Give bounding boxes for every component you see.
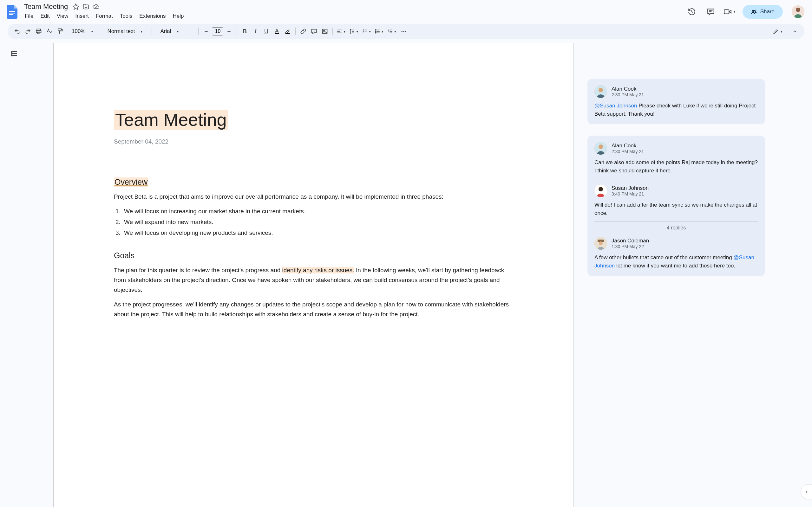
move-icon[interactable] (83, 3, 90, 10)
svg-rect-21 (322, 29, 327, 33)
list-item: We will focus on increasing our market s… (122, 206, 513, 216)
account-avatar[interactable] (792, 5, 804, 18)
workspace: Team Meeting September 04, 2022 Overview… (0, 43, 812, 507)
doc-title[interactable]: Team Meeting (23, 2, 69, 11)
add-comment-button[interactable] (309, 26, 319, 37)
outline-toggle-icon[interactable] (9, 48, 20, 59)
insert-image-button[interactable] (320, 26, 330, 37)
spellcheck-button[interactable] (44, 26, 55, 37)
zoom-value: 100% (68, 28, 89, 35)
svg-rect-0 (9, 11, 15, 12)
share-label: Share (760, 9, 774, 15)
toolbar: 100% ▼ Normal text ▼ Arial ▼ B I U ▼ ▼ ▼… (8, 24, 804, 39)
paragraph-style-select[interactable]: Normal text ▼ (101, 28, 149, 35)
goals-paragraph-1: The plan for this quarter is to review t… (114, 265, 513, 295)
comments-icon[interactable] (705, 5, 717, 18)
svg-rect-1 (9, 13, 15, 14)
replies-count[interactable]: 4 replies (595, 222, 758, 234)
svg-point-31 (375, 30, 376, 31)
comment-body: @Susan Johnson Please check with Luke if… (595, 102, 758, 118)
chevron-down-icon: ▼ (90, 30, 94, 33)
docs-logo[interactable] (4, 4, 20, 19)
svg-rect-18 (286, 33, 290, 34)
share-button[interactable]: Share (743, 5, 783, 19)
svg-point-32 (375, 31, 376, 32)
more-button[interactable] (399, 26, 409, 37)
editing-mode-button[interactable]: ▼ (772, 26, 784, 37)
svg-point-43 (403, 31, 404, 32)
svg-text:2: 2 (388, 31, 389, 33)
paint-format-button[interactable] (55, 26, 65, 37)
comment-card[interactable]: Alan Cook 2:30 PM May 21 @Susan Johnson … (588, 79, 765, 124)
svg-rect-13 (58, 29, 61, 31)
comment-author: Jason Coleman (612, 238, 649, 244)
redo-button[interactable] (23, 26, 33, 37)
text-span: let me know if you want me to add those … (615, 263, 735, 269)
mention[interactable]: @Susan Johnson (595, 103, 637, 109)
menu-file[interactable]: File (21, 12, 37, 20)
numbered-list-button[interactable]: 12▼ (386, 26, 398, 37)
comment-author: Alan Cook (612, 143, 644, 149)
menu-view[interactable]: View (54, 12, 72, 20)
menu-bar: File Edit View Insert Format Tools Exten… (21, 10, 686, 20)
italic-button[interactable]: I (250, 26, 260, 37)
text-color-button[interactable] (272, 26, 282, 37)
bulleted-list-button[interactable]: ▼ (373, 26, 386, 37)
header: Team Meeting File Edit View Insert Forma… (0, 0, 812, 20)
svg-point-54 (599, 145, 603, 149)
text-span: The plan for this quarter is to review t… (114, 267, 282, 274)
collapse-toolbar-button[interactable] (790, 26, 800, 37)
font-select[interactable]: Arial ▼ (154, 28, 196, 35)
text-span: A few other bullets that came out of the… (595, 255, 733, 261)
svg-point-46 (11, 53, 12, 54)
avatar (595, 184, 607, 197)
history-icon[interactable] (686, 5, 698, 18)
zoom-select[interactable]: 100% ▼ (66, 28, 96, 35)
style-value: Normal text (104, 28, 138, 35)
bold-button[interactable]: B (240, 26, 250, 37)
menu-extensions[interactable]: Extensions (136, 12, 169, 20)
svg-point-6 (752, 10, 754, 12)
comment-time: 2:30 PM May 21 (612, 92, 644, 97)
decrease-font-button[interactable] (201, 26, 211, 37)
meet-icon[interactable]: ▼ (723, 5, 736, 18)
comment-body: Can we also add some of the points Raj m… (595, 158, 758, 175)
document-page[interactable]: Team Meeting September 04, 2022 Overview… (53, 43, 573, 507)
svg-point-52 (599, 88, 603, 92)
link-button[interactable] (298, 26, 308, 37)
comment-author: Susan Johnson (612, 185, 649, 191)
checklist-button[interactable]: ▼ (361, 26, 373, 37)
font-value: Arial (157, 28, 174, 35)
underline-button[interactable]: U (261, 26, 271, 37)
svg-point-33 (375, 32, 376, 33)
goals-heading: Goals (114, 251, 513, 260)
svg-point-44 (405, 31, 406, 32)
menu-help[interactable]: Help (169, 12, 187, 20)
svg-point-42 (401, 31, 402, 32)
print-button[interactable] (34, 26, 44, 37)
line-spacing-button[interactable]: ▼ (348, 26, 360, 37)
menu-edit[interactable]: Edit (37, 12, 53, 20)
svg-point-45 (11, 51, 12, 52)
font-size-input[interactable] (212, 27, 223, 36)
menu-tools[interactable]: Tools (117, 12, 136, 20)
svg-point-7 (755, 10, 756, 11)
cloud-status-icon[interactable] (93, 3, 100, 10)
star-icon[interactable] (72, 3, 79, 10)
increase-font-button[interactable] (224, 26, 234, 37)
undo-button[interactable] (12, 26, 22, 37)
comment-body: Will do! I can add after the team sync s… (595, 201, 758, 217)
align-button[interactable]: ▼ (335, 26, 347, 37)
comment-card[interactable]: Alan Cook 2:30 PM May 21 Can we also add… (588, 135, 765, 276)
svg-point-56 (599, 187, 603, 191)
svg-point-9 (796, 8, 800, 12)
menu-format[interactable]: Format (93, 12, 116, 20)
chevron-down-icon: ▼ (140, 30, 143, 33)
list-item: We will focus on developing new products… (122, 228, 513, 238)
highlight-button[interactable] (283, 26, 293, 37)
svg-rect-2 (9, 14, 13, 15)
comment-time: 3:40 PM May 21 (612, 191, 649, 196)
avatar (595, 85, 607, 98)
avatar (595, 237, 607, 250)
menu-insert[interactable]: Insert (72, 12, 92, 20)
